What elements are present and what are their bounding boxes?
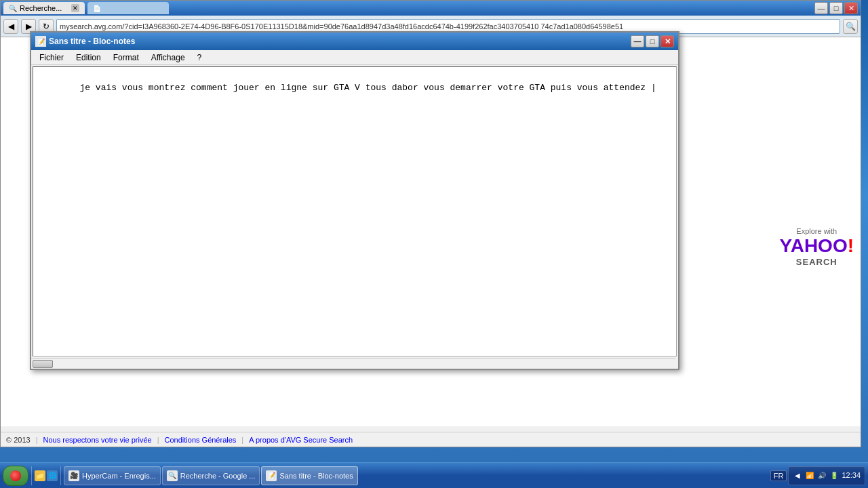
browser-statusbar: © 2013 | Nous respectons votre vie privé… bbox=[1, 432, 861, 447]
google-icon: 🔍 bbox=[167, 470, 178, 481]
taskbar-ie-icon[interactable]: 🌐 bbox=[47, 470, 58, 481]
browser-close-btn[interactable]: ✕ bbox=[844, 2, 858, 14]
yahoo-search-label: SEARCH bbox=[780, 257, 854, 267]
yahoo-logo: YAHOO! bbox=[780, 235, 854, 257]
hypercam-icon: 🎥 bbox=[68, 470, 79, 481]
hypercam-btn-label: HyperCam - Enregis... bbox=[82, 472, 156, 480]
status-sep1: | bbox=[36, 436, 38, 444]
browser-tab-active[interactable]: 🔍 Recherche... ✕ bbox=[3, 2, 85, 14]
notepad-window-controls: — □ ✕ bbox=[631, 35, 674, 47]
notepad-minimize-btn[interactable]: — bbox=[631, 35, 644, 47]
browser-tab-close[interactable]: ✕ bbox=[71, 4, 79, 12]
yahoo-exclaim: ! bbox=[848, 235, 854, 256]
taskbar-divider-1 bbox=[31, 466, 32, 485]
browser-tab-label: Recherche... bbox=[20, 4, 62, 12]
notepad-taskbar-icon: 📝 bbox=[266, 470, 277, 481]
tray-arrow-icon[interactable]: ◀ bbox=[793, 471, 802, 481]
tray-network-icon: 📶 bbox=[805, 471, 814, 481]
taskbar-google-btn[interactable]: 🔍 Recherche - Google ... bbox=[162, 466, 260, 485]
tray-volume-icon[interactable]: 🔊 bbox=[817, 471, 827, 481]
statusbar-links: © 2013 | Nous respectons votre vie privé… bbox=[6, 436, 353, 444]
notepad-text[interactable]: je vais vous montrez comment jouer en li… bbox=[33, 67, 676, 356]
tray-battery-icon: 🔋 bbox=[829, 471, 839, 481]
notepad-btn-label: Sans titre - Bloc-notes bbox=[279, 472, 353, 480]
taskbar: 📁 🌐 🎥 HyperCam - Enregis... 🔍 Recherche … bbox=[0, 462, 868, 488]
notepad-title: Sans titre - Bloc-notes bbox=[49, 37, 631, 46]
notepad-close-btn[interactable]: ✕ bbox=[660, 35, 674, 47]
notepad-content-area: je vais vous montrez comment jouer en li… bbox=[33, 66, 677, 357]
notepad-app-icon: 📝 bbox=[35, 36, 46, 47]
explore-with-text: Explore with bbox=[780, 227, 854, 235]
notepad-maximize-btn[interactable]: □ bbox=[646, 35, 659, 47]
taskbar-notepad-btn[interactable]: 📝 Sans titre - Bloc-notes bbox=[261, 466, 357, 485]
scrollbar-thumb[interactable] bbox=[33, 360, 53, 368]
notepad-titlebar: 📝 Sans titre - Bloc-notes — □ ✕ bbox=[31, 33, 678, 50]
yahoo-logo-text: YAHOO bbox=[780, 235, 848, 256]
status-sep3: | bbox=[241, 436, 243, 444]
status-conditions[interactable]: Conditions Générales bbox=[165, 436, 237, 444]
browser-maximize-btn[interactable]: □ bbox=[829, 2, 843, 14]
browser-titlebar: 🔍 Recherche... ✕ 📄 — □ ✕ bbox=[1, 1, 861, 16]
browser-tab-new[interactable]: 📄 bbox=[87, 2, 169, 14]
start-orb-icon bbox=[10, 470, 21, 481]
taskbar-hypercam-btn[interactable]: 🎥 HyperCam - Enregis... bbox=[64, 466, 161, 485]
menu-fichier[interactable]: Fichier bbox=[34, 52, 69, 64]
yahoo-search-area: Explore with YAHOO! SEARCH bbox=[780, 227, 854, 267]
status-avg[interactable]: A propos d'AVG Secure Search bbox=[249, 436, 353, 444]
search-go-button[interactable]: 🔍 bbox=[843, 19, 858, 34]
status-privacy[interactable]: Nous respectons votre vie privée bbox=[43, 436, 152, 444]
status-sep2: | bbox=[157, 436, 159, 444]
system-clock: 12:34 bbox=[842, 470, 861, 480]
system-tray: ◀ 📶 🔊 🔋 12:34 bbox=[788, 466, 865, 485]
menu-edition[interactable]: Edition bbox=[71, 52, 106, 64]
back-button[interactable]: ◀ bbox=[3, 19, 18, 34]
notepad-scrollbar-horizontal[interactable] bbox=[31, 358, 675, 369]
desktop: 🔍 Recherche... ✕ 📄 — □ ✕ ◀ ▶ ↻ mysearch.… bbox=[0, 0, 868, 488]
status-copyright: © 2013 bbox=[6, 436, 31, 444]
notepad-content-text: je vais vous montrez comment jouer en li… bbox=[79, 83, 656, 93]
google-btn-label: Recherche - Google ... bbox=[180, 472, 256, 480]
menu-format[interactable]: Format bbox=[108, 52, 144, 64]
notepad-menubar: Fichier Edition Format Affichage ? bbox=[31, 50, 678, 65]
address-text: mysearch.avg.com/?cid=I3A968360-2E74-4D9… bbox=[60, 22, 623, 30]
notepad-window: 📝 Sans titre - Bloc-notes — □ ✕ Fichier … bbox=[30, 31, 679, 370]
language-indicator[interactable]: FR bbox=[770, 470, 787, 481]
menu-affichage[interactable]: Affichage bbox=[146, 52, 191, 64]
taskbar-explorer-icon[interactable]: 📁 bbox=[35, 470, 45, 481]
browser-minimize-btn[interactable]: — bbox=[814, 2, 828, 14]
start-button[interactable] bbox=[3, 466, 28, 486]
menu-help[interactable]: ? bbox=[192, 52, 208, 64]
taskbar-divider-2 bbox=[60, 466, 61, 485]
